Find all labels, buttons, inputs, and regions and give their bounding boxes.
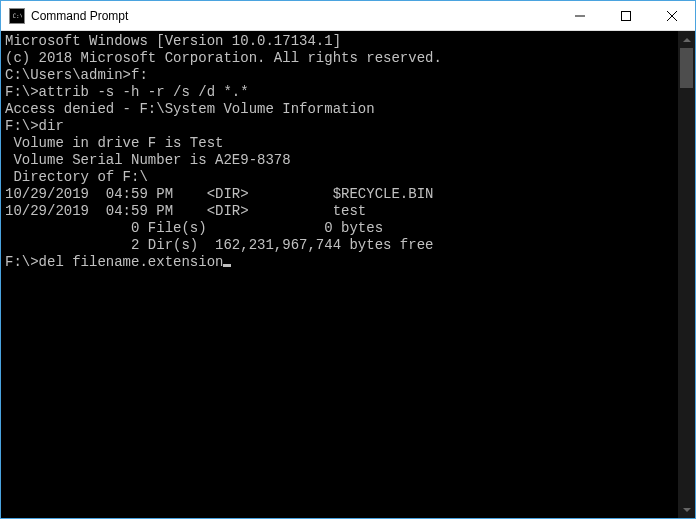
- terminal-line: 10/29/2019 04:59 PM <DIR> test: [5, 203, 674, 220]
- window-title: Command Prompt: [31, 9, 557, 23]
- terminal-line: Access denied - F:\System Volume Informa…: [5, 101, 674, 118]
- vertical-scrollbar[interactable]: [678, 31, 695, 518]
- chevron-up-icon: [683, 36, 691, 44]
- titlebar[interactable]: C:\ Command Prompt: [1, 1, 695, 31]
- terminal-line: F:\>del filename.extension: [5, 254, 674, 271]
- close-icon: [667, 11, 677, 21]
- terminal-output[interactable]: Microsoft Windows [Version 10.0.17134.1]…: [1, 31, 678, 518]
- svg-rect-1: [622, 11, 631, 20]
- terminal-line: Directory of F:\: [5, 169, 674, 186]
- maximize-icon: [621, 11, 631, 21]
- terminal-line: Volume in drive F is Test: [5, 135, 674, 152]
- chevron-down-icon: [683, 506, 691, 514]
- terminal-line: (c) 2018 Microsoft Corporation. All righ…: [5, 50, 674, 67]
- terminal-line: 10/29/2019 04:59 PM <DIR> $RECYCLE.BIN: [5, 186, 674, 203]
- scroll-up-button[interactable]: [678, 31, 695, 48]
- app-icon: C:\: [9, 8, 25, 24]
- scroll-track[interactable]: [678, 48, 695, 501]
- command-prompt-window: C:\ Command Prompt Microsoft Windows [Ve…: [0, 0, 696, 519]
- terminal-line: C:\Users\admin>f:: [5, 67, 674, 84]
- terminal-area: Microsoft Windows [Version 10.0.17134.1]…: [1, 31, 695, 518]
- svg-marker-5: [683, 508, 691, 512]
- terminal-line: F:\>dir: [5, 118, 674, 135]
- cursor: [223, 264, 231, 267]
- terminal-line: 0 File(s) 0 bytes: [5, 220, 674, 237]
- terminal-line: Volume Serial Number is A2E9-8378: [5, 152, 674, 169]
- maximize-button[interactable]: [603, 1, 649, 30]
- svg-marker-4: [683, 38, 691, 42]
- window-controls: [557, 1, 695, 30]
- app-icon-text: C:\: [13, 13, 22, 19]
- minimize-icon: [575, 11, 585, 21]
- terminal-line: 2 Dir(s) 162,231,967,744 bytes free: [5, 237, 674, 254]
- close-button[interactable]: [649, 1, 695, 30]
- scroll-down-button[interactable]: [678, 501, 695, 518]
- terminal-line: Microsoft Windows [Version 10.0.17134.1]: [5, 33, 674, 50]
- scroll-thumb[interactable]: [680, 48, 693, 88]
- minimize-button[interactable]: [557, 1, 603, 30]
- terminal-line: F:\>attrib -s -h -r /s /d *.*: [5, 84, 674, 101]
